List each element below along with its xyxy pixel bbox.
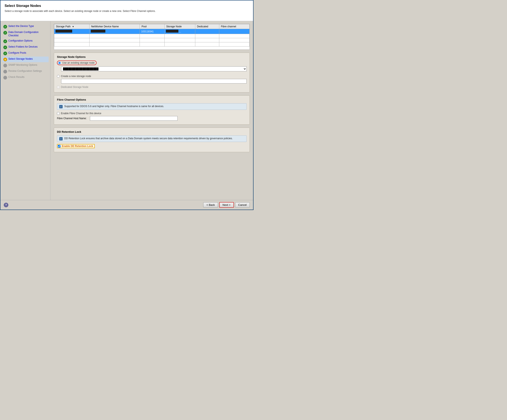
cell-dedicated (195, 29, 219, 34)
storage-node-cell-value (166, 30, 178, 33)
disabled-icon (3, 64, 7, 67)
fibre-channel-info-text: Supported for DDOS 5.6 and higher only. … (64, 105, 164, 108)
table-row-empty-1 (54, 34, 250, 38)
cancel-button[interactable]: Cancel (235, 202, 250, 207)
sidebar-item-select-folders[interactable]: ✓ Select Folders for Devices (2, 44, 49, 50)
sidebar-item-snmp-monitoring: SNMP Monitoring Options (2, 63, 49, 68)
sidebar-item-label: SNMP Monitoring Options (8, 64, 37, 67)
existing-node-dropdown-wrapper: ████████████████████ (57, 66, 246, 73)
disabled-icon (3, 70, 7, 73)
table-row-empty-3 (54, 42, 250, 47)
use-existing-label: Use an existing storage node (62, 61, 94, 64)
fibre-channel-info: i Supported for DDOS 5.6 and higher only… (57, 103, 246, 110)
storage-node-options-title: Storage Node Options (57, 55, 246, 58)
col-label: Dedicated (197, 25, 208, 28)
dd-retention-lock-section: DD Retention Lock i DD Retention Lock en… (54, 128, 250, 152)
bottom-bar: ? < Back Next > Cancel (0, 200, 253, 210)
col-device-name: NetWorker Device Name (89, 24, 140, 29)
progress-icon: ● (3, 58, 7, 61)
next-button[interactable]: Next > (219, 202, 234, 208)
checkmark-icon: ✓ (3, 39, 7, 43)
use-existing-radio-row: Use an existing storage node (57, 61, 246, 65)
dd-retention-lock-title: DD Retention Lock (57, 130, 246, 133)
cell-storage-node: ... (164, 29, 195, 34)
dd-retention-lock-info: i DD Retention Lock ensures that archive… (57, 135, 246, 142)
sidebar-item-label: Select the Device Type (8, 25, 34, 28)
col-storage-node: Storage Node (164, 24, 195, 29)
enable-dd-retention-highlighted[interactable]: Enable DD Retention Lock (57, 144, 95, 148)
col-label: Storage Node (166, 25, 182, 28)
col-storage-path[interactable]: Storage Path ▼ (54, 24, 90, 29)
ellipsis: ... (179, 30, 181, 33)
sidebar-item-label: Configure Pools (8, 51, 26, 55)
existing-node-select[interactable]: ████████████████████ (61, 66, 246, 71)
info-icon: i (59, 137, 63, 141)
sidebar-item-select-device-type[interactable]: ✓ Select the Device Type (2, 24, 49, 29)
enable-dd-retention-label: Enable DD Retention Lock (62, 145, 93, 148)
pool-value: 103118341 (141, 30, 154, 33)
bottom-left: ? (4, 203, 8, 207)
table-row[interactable]: 103118341 ... (54, 29, 250, 34)
col-label: NetWorker Device Name (91, 25, 119, 28)
sidebar-item-data-domain-config[interactable]: ✓ Data Domain Configuration Checklist (2, 30, 49, 38)
disabled-icon (3, 76, 7, 79)
sidebar-item-label: Select Storage Nodes (8, 57, 33, 61)
sidebar: ✓ Select the Device Type ✓ Data Domain C… (0, 21, 50, 200)
col-label: Pool (141, 25, 147, 28)
fibre-channel-title: Fibre Channel Options (57, 98, 246, 101)
use-existing-highlighted[interactable]: Use an existing storage node (57, 61, 97, 65)
fibre-channel-hostname-label: Fibre Channel Host Name: (57, 117, 88, 120)
cell-pool: 103118341 (140, 29, 164, 34)
dedicated-check-row: Dedicated Storage Node (57, 85, 246, 88)
new-node-input[interactable] (61, 79, 246, 84)
enable-fibre-channel-label: Enable Fibre Channel for this device (61, 112, 101, 115)
enable-dd-retention-checkbox[interactable] (58, 145, 61, 148)
create-new-radio-row[interactable]: Create a new storage node (57, 75, 246, 78)
help-label: ? (5, 203, 7, 206)
dd-retention-lock-info-text: DD Retention Lock ensures that archive d… (64, 137, 233, 140)
page-title: Select Storage Nodes (5, 4, 249, 8)
col-label: Fibre channel (221, 25, 236, 28)
enable-dd-retention-row[interactable]: Enable DD Retention Lock (57, 144, 246, 148)
help-button[interactable]: ? (4, 203, 8, 207)
col-label: Storage Path (56, 25, 70, 28)
col-pool: Pool (140, 24, 164, 29)
create-new-radio[interactable] (57, 75, 60, 78)
sidebar-item-check-results: Check Results (2, 75, 49, 80)
storage-path-value (56, 30, 72, 33)
checkmark-icon: ✓ (3, 25, 7, 28)
sidebar-item-configure-pools[interactable]: ✓ Configure Pools (2, 50, 49, 56)
cell-storage-path (54, 29, 90, 34)
col-fibre-channel: Fibre channel (219, 24, 249, 29)
table-row-empty-2 (54, 38, 250, 42)
fibre-channel-hostname-input[interactable] (90, 116, 177, 121)
enable-fibre-channel-checkbox[interactable] (57, 112, 60, 115)
back-button[interactable]: < Back (203, 202, 218, 207)
storage-node-options-section: Storage Node Options Use an existing sto… (54, 53, 250, 93)
sidebar-item-label: Check Results (8, 76, 24, 79)
device-name-value (91, 30, 105, 33)
fibre-channel-hostname-row: Fibre Channel Host Name: (57, 116, 246, 121)
header-panel: Select Storage Nodes Select a storage no… (0, 0, 253, 21)
checkmark-icon: ✓ (3, 51, 7, 55)
enable-fibre-channel-row[interactable]: Enable Fibre Channel for this device (57, 112, 246, 115)
sidebar-item-label: Select Folders for Devices (8, 45, 38, 49)
content-area: Storage Path ▼ NetWorker Device Name Poo… (50, 21, 253, 200)
fibre-channel-options-section: Fibre Channel Options i Supported for DD… (54, 95, 250, 125)
col-dedicated: Dedicated (195, 24, 219, 29)
checkmark-icon: ✓ (3, 31, 7, 35)
storage-table: Storage Path ▼ NetWorker Device Name Poo… (54, 24, 250, 47)
sidebar-item-label: Configuration Options (8, 39, 33, 43)
sort-arrow-icon: ▼ (72, 25, 74, 28)
page-subtitle: Select a storage node to associate with … (5, 10, 249, 13)
sidebar-item-label: Review Configuration Settings (8, 70, 42, 73)
cell-device-name (89, 29, 140, 34)
sidebar-item-select-storage-nodes[interactable]: ● Select Storage Nodes (2, 57, 49, 62)
checkmark-icon: ✓ (3, 45, 7, 49)
use-existing-radio[interactable] (58, 62, 61, 64)
sidebar-item-config-options[interactable]: ✓ Configuration Options (2, 38, 49, 44)
create-new-label: Create a new storage node (61, 75, 91, 78)
bottom-right: < Back Next > Cancel (203, 202, 250, 208)
dedicated-checkbox[interactable] (57, 86, 60, 88)
storage-table-container: Storage Path ▼ NetWorker Device Name Poo… (54, 24, 250, 50)
